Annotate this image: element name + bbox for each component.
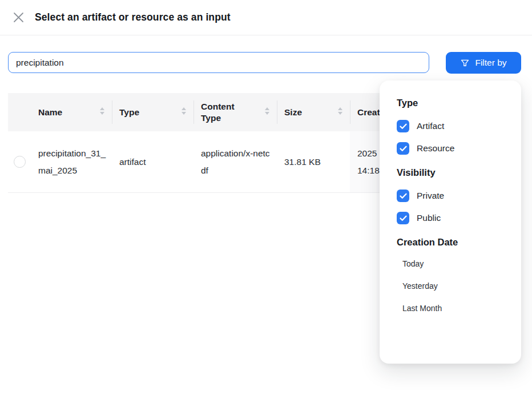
checkbox-row-resource[interactable]: Resource (397, 142, 505, 155)
checkbox-row-private[interactable]: Private (397, 190, 505, 202)
row-content-type: application/x-netcdf (201, 145, 271, 179)
header-content-type[interactable]: Content Type (194, 93, 277, 131)
header-name-label: Name (38, 107, 62, 118)
header-size-label: Size (284, 107, 302, 118)
filter-section-creation-date-title: Creation Date (397, 237, 505, 248)
filter-section-visibility: Visibility Private Public (397, 167, 505, 224)
check-icon (400, 146, 407, 152)
filter-section-visibility-title: Visibility (397, 167, 505, 178)
filter-by-button[interactable]: Filter by (446, 52, 521, 74)
sort-icon-type[interactable] (181, 107, 187, 118)
sort-icon-size[interactable] (337, 107, 343, 118)
modal-header: Select an artifact or resource as an inp… (0, 0, 532, 35)
filter-by-label: Filter by (475, 58, 506, 68)
row-type: artifact (119, 154, 188, 171)
row-size: 31.81 KB (284, 154, 344, 171)
sort-icon-content-type[interactable] (264, 107, 270, 118)
checkbox-artifact-label: Artifact (417, 121, 444, 131)
header-select-column (8, 93, 31, 131)
close-icon (13, 12, 24, 23)
filter-section-type: Type Artifact Resource (397, 98, 505, 155)
filter-panel: Type Artifact Resource Visibility Pri (380, 80, 521, 364)
date-option-today[interactable]: Today (397, 259, 505, 268)
filter-section-type-title: Type (397, 98, 505, 108)
check-icon (400, 193, 407, 199)
header-size[interactable]: Size (277, 93, 350, 131)
funnel-icon (460, 58, 470, 68)
header-name[interactable]: Name (31, 93, 112, 131)
checkbox-row-artifact[interactable]: Artifact (397, 120, 505, 132)
checkbox-row-public[interactable]: Public (397, 212, 505, 224)
check-icon (400, 123, 407, 130)
checkbox-artifact-checked[interactable] (397, 120, 409, 132)
artifact-select-modal: Select an artifact or resource as an inp… (0, 0, 532, 399)
close-button[interactable] (11, 11, 25, 25)
row-radio-button[interactable] (14, 156, 26, 168)
modal-title: Select an artifact or resource as an inp… (35, 11, 231, 23)
header-content-type-label: Content Type (201, 101, 244, 124)
checkbox-resource-checked[interactable] (397, 142, 409, 155)
checkbox-private-label: Private (417, 191, 444, 201)
checkbox-public-label: Public (417, 213, 441, 223)
sort-icon-name[interactable] (99, 107, 105, 118)
checkbox-public-checked[interactable] (397, 212, 409, 224)
date-option-last-month[interactable]: Last Month (397, 304, 505, 313)
checkbox-resource-label: Resource (417, 143, 454, 154)
header-type[interactable]: Type (112, 93, 194, 131)
date-option-yesterday[interactable]: Yesterday (397, 281, 505, 291)
row-name: precipitation_31_mai_2025 (38, 145, 106, 179)
filter-section-creation-date: Creation Date Today Yesterday Last Month (397, 237, 505, 313)
check-icon (400, 215, 407, 221)
header-type-label: Type (119, 107, 139, 118)
search-input[interactable] (8, 52, 429, 73)
checkbox-private-checked[interactable] (397, 190, 409, 202)
